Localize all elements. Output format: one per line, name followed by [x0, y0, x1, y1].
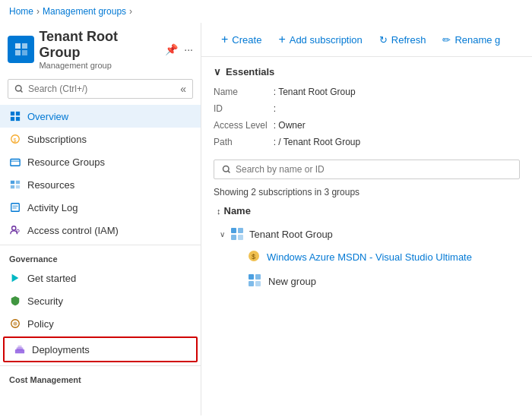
svg-rect-16 [16, 185, 20, 188]
essentials-name-label: Name [214, 85, 268, 99]
svg-rect-6 [11, 112, 14, 115]
tree-root-item: ∨ Tenant Root Group [214, 223, 520, 245]
sidebar-item-activity-log[interactable]: Activity Log [0, 196, 201, 219]
sidebar: Tenant Root Group Management group 📌 ···… [0, 23, 201, 415]
svg-text:$: $ [252, 253, 255, 261]
svg-line-5 [21, 90, 23, 93]
svg-rect-28 [17, 346, 21, 349]
policy-icon [9, 317, 21, 330]
sidebar-item-label: Activity Log [27, 202, 78, 213]
essentials-name-value: : Tenant Root Group [274, 85, 520, 99]
essentials-path-label: Path [214, 135, 268, 149]
essentials-title: Essentials [226, 66, 274, 77]
svg-rect-40 [255, 281, 261, 286]
sort-icon[interactable]: ↕ [217, 207, 221, 216]
sidebar-item-resources[interactable]: Resources [0, 173, 201, 196]
overview-icon [9, 110, 21, 122]
sidebar-item-label: Security [27, 295, 63, 307]
essentials-id-label: ID [214, 102, 268, 115]
name-column-header: ↕ Name [214, 205, 520, 216]
search-icon [14, 84, 24, 93]
svg-rect-3 [22, 50, 27, 55]
sidebar-header: Tenant Root Group Management group 📌 ··· [0, 23, 201, 76]
sidebar-item-subscriptions[interactable]: $ Subscriptions [0, 128, 201, 150]
essentials-id-value: : [274, 102, 520, 115]
refresh-button[interactable]: ↻ Refresh [372, 30, 434, 49]
resources-icon [9, 178, 21, 191]
content-search[interactable] [214, 160, 520, 179]
svg-rect-9 [16, 117, 20, 121]
svg-marker-23 [12, 274, 19, 283]
cost-management-section-label: Cost Management [0, 365, 201, 387]
deployments-icon [14, 343, 26, 355]
svg-rect-15 [11, 185, 14, 188]
access-control-icon [9, 224, 21, 236]
sidebar-item-security[interactable]: Security [0, 289, 201, 312]
svg-rect-8 [11, 117, 14, 121]
content-search-input[interactable] [236, 164, 448, 175]
sidebar-search[interactable]: « [8, 79, 193, 99]
subscriptions-icon: $ [9, 133, 21, 145]
subscription-icon: $ [247, 249, 261, 265]
sidebar-item-policy[interactable]: Policy [0, 312, 201, 335]
breadcrumb-home[interactable]: Home [9, 6, 33, 17]
activity-log-icon [9, 201, 21, 213]
page-title: Tenant Root Group [39, 29, 160, 61]
sidebar-item-label: Access control (IAM) [27, 225, 119, 236]
add-subscription-icon: + [278, 33, 285, 46]
svg-point-20 [12, 226, 16, 230]
management-group-icon [230, 226, 245, 242]
essentials-path-value: : / Tenant Root Group [274, 135, 520, 149]
showing-text: Showing 2 subscriptions in 3 groups [214, 187, 520, 197]
svg-line-30 [228, 171, 230, 173]
security-icon [9, 295, 21, 307]
svg-rect-17 [11, 204, 20, 212]
breadcrumb-management-groups[interactable]: Management groups [43, 6, 126, 17]
svg-rect-39 [249, 281, 254, 286]
svg-rect-14 [16, 181, 20, 184]
svg-rect-34 [238, 235, 243, 240]
tree-subscription-item: $ Windows Azure MSDN - Visual Studio Ult… [241, 245, 520, 269]
svg-point-25 [13, 321, 17, 325]
essentials-access-value: : Owner [274, 118, 520, 132]
sidebar-item-access-control[interactable]: Access control (IAM) [0, 219, 201, 242]
sidebar-item-label: Deployments [32, 344, 90, 355]
sidebar-item-label: Overview [27, 111, 68, 122]
collapse-button[interactable]: « [180, 83, 186, 95]
breadcrumb: Home › Management groups › [0, 0, 532, 23]
rename-button[interactable]: ✏ Rename g [435, 30, 508, 49]
sidebar-item-resource-groups[interactable]: Resource Groups [0, 150, 201, 173]
pin-icon[interactable]: 📌 [165, 43, 178, 55]
content-area: ∨ Essentials Name : Tenant Root Group ID… [201, 57, 532, 303]
sidebar-search-input[interactable] [28, 84, 142, 94]
svg-text:$: $ [13, 137, 16, 143]
tree-children: $ Windows Azure MSDN - Visual Studio Ult… [214, 245, 520, 294]
more-icon[interactable]: ··· [184, 43, 193, 55]
svg-rect-32 [238, 228, 243, 233]
tree-chevron[interactable]: ∨ [220, 230, 225, 239]
get-started-icon [9, 272, 21, 284]
essentials-header[interactable]: ∨ Essentials [214, 66, 520, 77]
essentials-grid: Name : Tenant Root Group ID : Access Lev… [214, 85, 520, 149]
sidebar-item-label: Subscriptions [27, 134, 87, 145]
sidebar-item-deployments[interactable]: Deployments [3, 336, 198, 362]
sidebar-item-overview[interactable]: Overview [0, 105, 201, 128]
svg-rect-38 [255, 274, 261, 280]
sidebar-item-label: Policy [27, 318, 54, 330]
svg-rect-0 [15, 43, 21, 49]
content-search-icon [222, 165, 231, 174]
essentials-chevron: ∨ [214, 66, 221, 77]
sidebar-item-get-started[interactable]: Get started [0, 267, 201, 289]
tree-root-label: Tenant Root Group [249, 229, 333, 240]
essentials-access-label: Access Level [214, 118, 268, 132]
new-group-icon [247, 273, 262, 290]
subscription-link[interactable]: Windows Azure MSDN - Visual Studio Ultim… [267, 251, 472, 263]
refresh-icon: ↻ [379, 34, 388, 46]
rename-icon: ✏ [442, 34, 451, 46]
tree-new-group-item: New group [241, 269, 520, 294]
create-button[interactable]: + Create [214, 29, 269, 50]
add-subscription-button[interactable]: + Add subscription [271, 29, 369, 50]
svg-rect-7 [16, 112, 20, 115]
create-icon: + [221, 33, 228, 46]
sidebar-item-label: Resource Groups [27, 156, 105, 168]
